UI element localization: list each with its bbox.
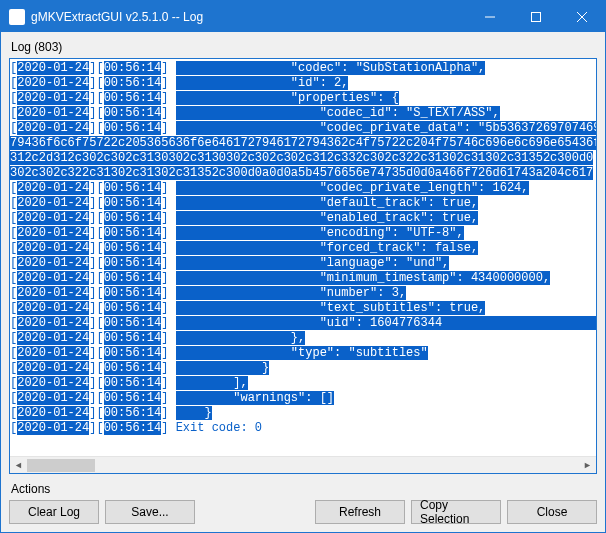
log-line: [2020-01-24][00:56:14] "minimum_timestam… bbox=[10, 271, 596, 286]
log-line: [2020-01-24][00:56:14] "text_subtitles":… bbox=[10, 301, 596, 316]
window-title: gMKVExtractGUI v2.5.1.0 -- Log bbox=[31, 10, 467, 24]
svg-rect-1 bbox=[532, 12, 541, 21]
scroll-left-button[interactable]: ◄ bbox=[10, 457, 27, 473]
log-line: [2020-01-24][00:56:14] }, bbox=[10, 331, 596, 346]
log-line: [2020-01-24][00:56:14] "enabled_track": … bbox=[10, 211, 596, 226]
scroll-right-button[interactable]: ► bbox=[579, 457, 596, 473]
minimize-icon bbox=[485, 12, 495, 22]
titlebar[interactable]: gMKVExtractGUI v2.5.1.0 -- Log bbox=[1, 1, 605, 32]
close-button[interactable] bbox=[559, 1, 605, 32]
log-line: [2020-01-24][00:56:14] "codec_id": "S_TE… bbox=[10, 106, 596, 121]
log-line: 79436f6c6f75722c205365636f6e646172794617… bbox=[10, 136, 596, 151]
close-icon bbox=[577, 12, 587, 22]
log-line: [2020-01-24][00:56:14] "id": 2, bbox=[10, 76, 596, 91]
client-area: Log (803) [2020-01-24][00:56:14] "codec"… bbox=[1, 32, 605, 532]
log-line: [2020-01-24][00:56:14] "warnings": [] bbox=[10, 391, 596, 406]
minimize-button[interactable] bbox=[467, 1, 513, 32]
log-line: [2020-01-24][00:56:14] Exit code: 0 bbox=[10, 421, 596, 436]
log-line: [2020-01-24][00:56:14] "encoding": "UTF-… bbox=[10, 226, 596, 241]
save-button[interactable]: Save... bbox=[105, 500, 195, 524]
copy-selection-button[interactable]: Copy Selection bbox=[411, 500, 501, 524]
spacer bbox=[201, 500, 309, 524]
clear-log-button[interactable]: Clear Log bbox=[9, 500, 99, 524]
window-controls bbox=[467, 1, 605, 32]
actions-row: Clear Log Save... Refresh Copy Selection… bbox=[9, 500, 597, 524]
log-line: [2020-01-24][00:56:14] ], bbox=[10, 376, 596, 391]
log-line: [2020-01-24][00:56:14] } bbox=[10, 406, 596, 421]
log-line: 302c302c322c31302c31302c31352c300d0a0d0a… bbox=[10, 166, 596, 181]
log-line: [2020-01-24][00:56:14] "codec_private_le… bbox=[10, 181, 596, 196]
refresh-button[interactable]: Refresh bbox=[315, 500, 405, 524]
log-line: [2020-01-24][00:56:14] "codec_private_da… bbox=[10, 121, 596, 136]
log-group-label: Log (803) bbox=[11, 40, 597, 54]
maximize-button[interactable] bbox=[513, 1, 559, 32]
log-line: [2020-01-24][00:56:14] } bbox=[10, 361, 596, 376]
scroll-track[interactable] bbox=[27, 457, 579, 473]
log-line: [2020-01-24][00:56:14] "properties": { bbox=[10, 91, 596, 106]
log-line: 312c2d312c302c302c3130302c3130302c302c30… bbox=[10, 151, 596, 166]
log-line: [2020-01-24][00:56:14] "language": "und"… bbox=[10, 256, 596, 271]
log-line: [2020-01-24][00:56:14] "type": "subtitle… bbox=[10, 346, 596, 361]
horizontal-scrollbar[interactable]: ◄ ► bbox=[10, 456, 596, 473]
log-panel: [2020-01-24][00:56:14] "codec": "SubStat… bbox=[9, 58, 597, 474]
close-action-button[interactable]: Close bbox=[507, 500, 597, 524]
log-line: [2020-01-24][00:56:14] "uid": 1604776344 bbox=[10, 316, 596, 331]
actions-group-label: Actions bbox=[11, 482, 597, 496]
log-line: [2020-01-24][00:56:14] "default_track": … bbox=[10, 196, 596, 211]
log-textarea[interactable]: [2020-01-24][00:56:14] "codec": "SubStat… bbox=[10, 59, 596, 456]
log-line: [2020-01-24][00:56:14] "codec": "SubStat… bbox=[10, 61, 596, 76]
scroll-thumb[interactable] bbox=[27, 459, 95, 472]
app-icon bbox=[9, 9, 25, 25]
app-window: gMKVExtractGUI v2.5.1.0 -- Log Log (803)… bbox=[0, 0, 606, 533]
log-line: [2020-01-24][00:56:14] "forced_track": f… bbox=[10, 241, 596, 256]
maximize-icon bbox=[531, 12, 541, 22]
log-line: [2020-01-24][00:56:14] "number": 3, bbox=[10, 286, 596, 301]
